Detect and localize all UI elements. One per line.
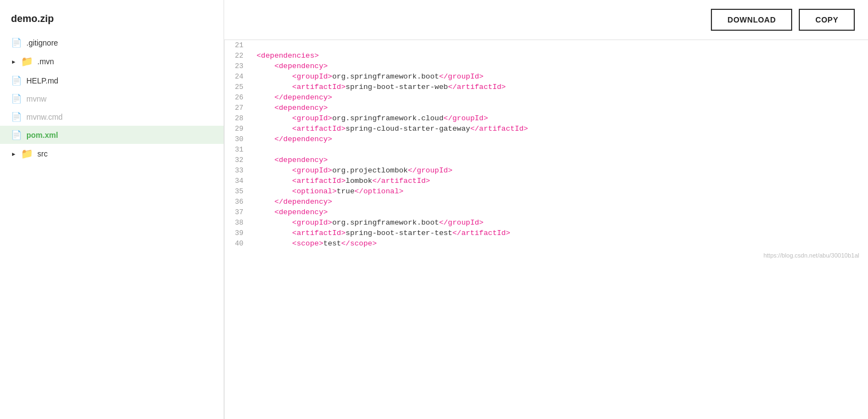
line-content xyxy=(252,144,868,155)
line-content: <artifactId>spring-boot-starter-web</art… xyxy=(252,82,868,92)
line-number: 25 xyxy=(225,82,252,92)
line-content: <dependency> xyxy=(252,207,868,217)
line-number: 38 xyxy=(225,217,252,228)
line-content: <groupId>org.springframework.boot</group… xyxy=(252,71,868,82)
line-number: 35 xyxy=(225,186,252,197)
folder-icon: 📁 xyxy=(21,148,33,160)
table-row: 34 <artifactId>lombok</artifactId> xyxy=(225,176,868,186)
line-number: 24 xyxy=(225,71,252,82)
table-row: 22<dependencies> xyxy=(225,51,868,61)
file-icon: 📄 xyxy=(11,37,22,48)
table-row: 27 <dependency> xyxy=(225,103,868,113)
line-number: 37 xyxy=(225,207,252,217)
file-icon: 📄 xyxy=(11,75,22,86)
sidebar-item-mvnw[interactable]: 📄 mvnw xyxy=(0,90,224,108)
line-number: 39 xyxy=(225,228,252,238)
line-content: <dependency> xyxy=(252,103,868,113)
table-row: 23 <dependency> xyxy=(225,61,868,71)
main-content: DOWNLOAD COPY 2122<dependencies>23 <depe… xyxy=(224,0,868,419)
code-area[interactable]: 2122<dependencies>23 <dependency>24 <gro… xyxy=(224,40,868,419)
line-number: 31 xyxy=(225,144,252,155)
line-content: <scope>test</scope> xyxy=(252,238,868,249)
line-content: <dependencies> xyxy=(252,51,868,61)
line-number: 40 xyxy=(225,238,252,249)
line-content: <artifactId>lombok</artifactId> xyxy=(252,176,868,186)
line-number: 33 xyxy=(225,165,252,176)
line-number: 22 xyxy=(225,51,252,61)
table-row: 31 xyxy=(225,144,868,155)
table-row: 30 </dependency> xyxy=(225,134,868,144)
line-content: <optional>true</optional> xyxy=(252,186,868,197)
line-number: 36 xyxy=(225,197,252,207)
line-number: 23 xyxy=(225,61,252,71)
line-number: 26 xyxy=(225,92,252,103)
line-number: 27 xyxy=(225,103,252,113)
line-content: <dependency> xyxy=(252,61,868,71)
line-content: <artifactId>spring-boot-starter-test</ar… xyxy=(252,228,868,238)
sidebar-item-label: mvnw.cmd xyxy=(26,113,63,121)
table-row: 33 <groupId>org.projectlombok</groupId> xyxy=(225,165,868,176)
line-content: <groupId>org.springframework.cloud</grou… xyxy=(252,113,868,124)
chevron-right-icon: ► xyxy=(11,59,16,65)
table-row: 36 </dependency> xyxy=(225,197,868,207)
line-content: <artifactId>spring-cloud-starter-gateway… xyxy=(252,124,868,134)
line-content: <groupId>org.springframework.boot</group… xyxy=(252,217,868,228)
sidebar-item-label: .mvn xyxy=(37,57,54,66)
table-row: 26 </dependency> xyxy=(225,92,868,103)
line-content: </dependency> xyxy=(252,92,868,103)
table-row: 25 <artifactId>spring-boot-starter-web</… xyxy=(225,82,868,92)
line-content: </dependency> xyxy=(252,197,868,207)
sidebar-item-label: pom.xml xyxy=(26,131,58,139)
table-row: 29 <artifactId>spring-cloud-starter-gate… xyxy=(225,124,868,134)
file-icon: 📄 xyxy=(11,93,22,104)
sidebar-title: demo.zip xyxy=(0,9,224,33)
file-icon: 📄 xyxy=(11,111,22,122)
table-row: 38 <groupId>org.springframework.boot</gr… xyxy=(225,217,868,228)
table-row: 35 <optional>true</optional> xyxy=(225,186,868,197)
table-row: 28 <groupId>org.springframework.cloud</g… xyxy=(225,113,868,124)
line-number: 32 xyxy=(225,155,252,165)
line-content: <dependency> xyxy=(252,155,868,165)
table-row: 37 <dependency> xyxy=(225,207,868,217)
sidebar-item-pom-xml[interactable]: 📄 pom.xml xyxy=(0,126,224,144)
file-icon: 📄 xyxy=(11,130,22,140)
line-number: 21 xyxy=(225,40,252,51)
line-content: </dependency> xyxy=(252,134,868,144)
sidebar-item-help-md[interactable]: 📄 HELP.md xyxy=(0,71,224,90)
sidebar-item-mvnw-cmd[interactable]: 📄 mvnw.cmd xyxy=(0,108,224,126)
line-number: 34 xyxy=(225,176,252,186)
line-content xyxy=(252,40,868,51)
table-row: 39 <artifactId>spring-boot-starter-test<… xyxy=(225,228,868,238)
sidebar-item-label: HELP.md xyxy=(26,76,58,85)
line-number: 30 xyxy=(225,134,252,144)
sidebar-item-mvn[interactable]: ► 📁 .mvn xyxy=(0,52,224,71)
code-table: 2122<dependencies>23 <dependency>24 <gro… xyxy=(225,40,868,249)
table-row: 32 <dependency> xyxy=(225,155,868,165)
table-row: 40 <scope>test</scope> xyxy=(225,238,868,249)
sidebar-item-label: mvnw xyxy=(26,94,47,103)
table-row: 24 <groupId>org.springframework.boot</gr… xyxy=(225,71,868,82)
line-content: <groupId>org.projectlombok</groupId> xyxy=(252,165,868,176)
watermark: https://blog.csdn.net/abu/30010b1al xyxy=(225,249,868,262)
sidebar-item-src[interactable]: ► 📁 src xyxy=(0,144,224,164)
line-number: 29 xyxy=(225,124,252,134)
download-button[interactable]: DOWNLOAD xyxy=(711,9,792,31)
sidebar-item-label: src xyxy=(37,149,48,158)
table-row: 21 xyxy=(225,40,868,51)
toolbar: DOWNLOAD COPY xyxy=(224,0,868,40)
chevron-right-icon: ► xyxy=(11,151,16,157)
folder-icon: 📁 xyxy=(21,55,33,68)
file-tree: 📄 .gitignore ► 📁 .mvn 📄 HELP.md 📄 mvnw 📄… xyxy=(0,33,224,164)
copy-button[interactable]: COPY xyxy=(799,9,855,31)
sidebar: demo.zip 📄 .gitignore ► 📁 .mvn 📄 HELP.md… xyxy=(0,0,224,419)
sidebar-item-gitignore[interactable]: 📄 .gitignore xyxy=(0,33,224,52)
sidebar-item-label: .gitignore xyxy=(26,38,58,47)
line-number: 28 xyxy=(225,113,252,124)
